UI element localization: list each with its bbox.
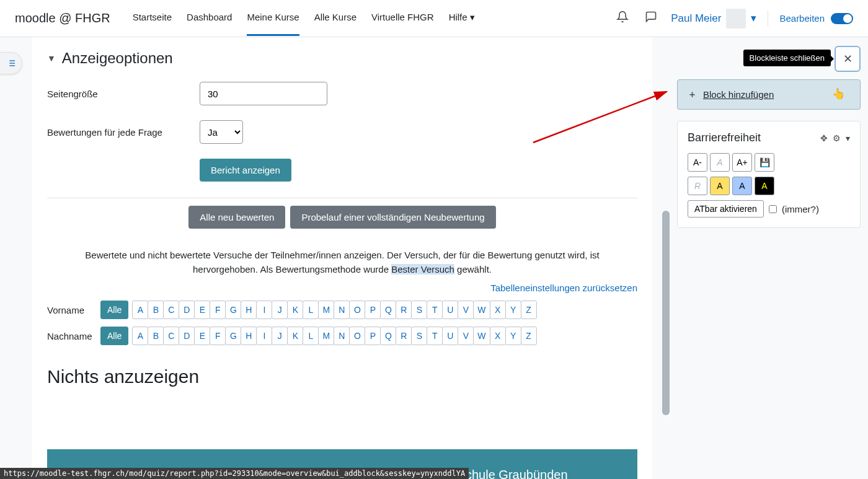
letter-G[interactable]: G [225,301,241,319]
letter-D[interactable]: D [179,327,195,345]
letter-R[interactable]: R [396,301,412,319]
letter-Q[interactable]: Q [380,327,396,345]
letter-K[interactable]: K [287,301,303,319]
letter-A[interactable]: A [132,301,148,319]
letter-J[interactable]: J [272,301,288,319]
letter-J[interactable]: J [272,327,288,345]
letter-D[interactable]: D [179,301,195,319]
firstname-filter: Vorname Alle ABCDEFGHIJKLMNOPQRSTUVWXYZ [47,297,637,323]
letter-I[interactable]: I [256,301,272,319]
letter-P[interactable]: P [365,327,381,345]
letter-G[interactable]: G [225,327,241,345]
nav-alle-kurse[interactable]: Alle Kurse [314,1,356,36]
letter-X[interactable]: X [490,301,506,319]
letter-Y[interactable]: Y [505,301,521,319]
letter-L[interactable]: L [303,301,319,319]
letter-H[interactable]: H [241,327,257,345]
letter-F[interactable]: F [210,301,226,319]
accessibility-block: Barrierefreiheit ✥ ⚙ ▾ A- A A+ 💾 R A A A [677,121,861,228]
firstname-all[interactable]: Alle [100,301,128,319]
nav-meine-kurse[interactable]: Meine Kurse [247,1,299,36]
text-smaller-button[interactable]: A- [688,153,707,172]
nav-hilfe[interactable]: Hilfe ▾ [449,1,475,36]
chevron-down-icon[interactable]: ▾ [846,133,850,143]
letter-T[interactable]: T [427,327,443,345]
regrade-all-button[interactable]: Alle neu bewerten [188,206,285,229]
letter-W[interactable]: W [473,301,490,319]
color-default-button[interactable]: R [688,177,707,195]
text-size-row: A- A A+ 💾 [688,153,850,172]
toggle-switch[interactable] [831,13,853,24]
text-larger-button[interactable]: A+ [732,153,752,172]
letter-O[interactable]: O [349,327,365,345]
letter-H[interactable]: H [241,301,257,319]
atbar-always-checkbox[interactable] [769,205,777,213]
color-yellow-button[interactable]: A [710,177,730,195]
letter-U[interactable]: U [442,327,458,345]
browser-status-bar: https://moodle-test.fhgr.ch/mod/quiz/rep… [0,468,469,479]
letter-W[interactable]: W [473,327,490,345]
scrollbar[interactable] [662,211,670,415]
letter-F[interactable]: F [210,327,226,345]
letter-P[interactable]: P [365,301,381,319]
grades-select[interactable]: Ja [200,120,243,144]
save-settings-button[interactable]: 💾 [755,153,774,172]
letter-K[interactable]: K [287,327,303,345]
notifications-icon[interactable] [614,8,631,29]
close-drawer-button[interactable]: ✕ [835,46,861,72]
letter-S[interactable]: S [411,327,427,345]
reset-table-link[interactable]: Tabelleneinstellungen zurücksetzen [490,283,637,293]
section-header[interactable]: ▼ Anzeigeoptionen [47,37,637,77]
letter-M[interactable]: M [318,301,334,319]
letter-B[interactable]: B [148,327,164,345]
letter-B[interactable]: B [148,301,164,319]
plus-icon: ＋ [688,89,697,100]
letter-T[interactable]: T [427,301,443,319]
nav-dashboard[interactable]: Dashboard [187,1,232,36]
gear-icon[interactable]: ⚙ [833,133,841,143]
show-report-button[interactable]: Bericht anzeigen [200,159,291,182]
letter-M[interactable]: M [318,327,334,345]
pagesize-input[interactable] [200,82,327,105]
brand-link[interactable]: moodle @ FHGR [15,11,110,25]
letter-Z[interactable]: Z [521,301,537,319]
color-highcontrast-button[interactable]: A [755,177,774,195]
atbar-button[interactable]: ATbar aktivieren [688,200,764,218]
letter-E[interactable]: E [194,301,210,319]
letter-O[interactable]: O [349,301,365,319]
nav-virtuelle-fhgr[interactable]: Virtuelle FHGR [371,1,434,36]
add-block-label: Block hinzufügen [703,89,774,100]
letter-Z[interactable]: Z [521,327,537,345]
text-reset-button[interactable]: A [710,153,730,172]
letter-I[interactable]: I [256,327,272,345]
letter-C[interactable]: C [163,327,179,345]
close-icon: ✕ [843,52,852,66]
messages-icon[interactable] [642,8,660,29]
letter-V[interactable]: V [458,301,474,319]
letter-L[interactable]: L [303,327,319,345]
letter-A[interactable]: A [132,327,148,345]
lastname-all[interactable]: Alle [100,327,128,345]
move-icon[interactable]: ✥ [820,133,828,143]
letter-U[interactable]: U [442,301,458,319]
letter-N[interactable]: N [334,301,350,319]
letter-Y[interactable]: Y [505,327,521,345]
edit-mode-toggle[interactable]: Bearbeiten [779,13,853,24]
letter-Q[interactable]: Q [380,301,396,319]
letter-R[interactable]: R [396,327,412,345]
letter-S[interactable]: S [411,301,427,319]
nav-startseite[interactable]: Startseite [133,1,172,36]
letter-N[interactable]: N [334,327,350,345]
letter-X[interactable]: X [490,327,506,345]
letter-V[interactable]: V [458,327,474,345]
dry-run-button[interactable]: Probelauf einer vollständigen Neubewertu… [290,206,495,229]
chevron-down-icon: ▾ [470,12,475,22]
grades-label: Bewertungen für jede Frage [47,127,200,138]
user-menu[interactable]: Paul Meier ▾ [671,9,756,29]
letter-C[interactable]: C [163,301,179,319]
course-index-toggle[interactable] [0,52,22,74]
close-drawer-tooltip: Blockleiste schließen [743,50,831,66]
letter-E[interactable]: E [194,327,210,345]
add-block-button[interactable]: ＋ Block hinzufügen 👆 [677,79,861,110]
color-blue-button[interactable]: A [732,177,752,195]
